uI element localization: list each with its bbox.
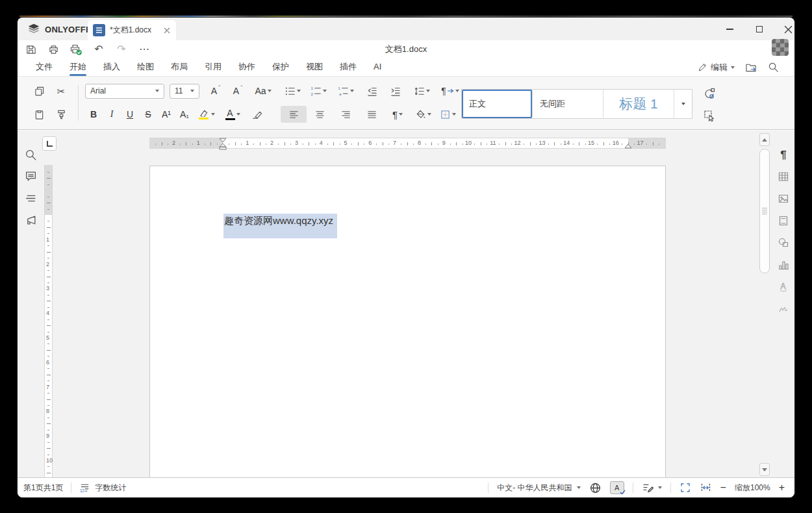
decrease-indent-button[interactable] [361,82,383,99]
scroll-up-button[interactable] [759,133,770,146]
align-right-button[interactable] [333,106,359,123]
scroll-down-button[interactable] [759,463,770,476]
line-spacing-button[interactable] [407,82,436,99]
fit-width-button[interactable] [700,482,712,494]
avatar[interactable] [772,39,789,56]
clear-formatting-button[interactable] [246,106,268,123]
language-label: 中文- 中华人民共和国 [497,482,572,494]
table-settings-button[interactable] [776,169,791,184]
font-size-select[interactable]: 11 [170,84,199,99]
underline-button[interactable]: U [121,106,139,123]
align-center-button[interactable] [307,106,333,123]
track-changes-button[interactable] [642,482,662,494]
globe-icon[interactable] [589,482,602,494]
tab-protection[interactable]: 保护 [272,58,289,77]
justify-button[interactable] [359,106,385,123]
superscript-icon: A¹ [162,109,171,119]
style-normal[interactable]: 正文 [462,90,533,118]
chevron-down-icon [190,90,194,92]
format-painter-button[interactable] [50,106,72,123]
zoom-out-button[interactable]: − [720,482,726,493]
tab-stop-selector[interactable] [42,136,57,151]
tab-view[interactable]: 视图 [306,58,323,77]
word-count-button[interactable]: 12 字数统计 [79,482,126,494]
right-indent-marker[interactable] [624,144,632,149]
open-file-location-icon[interactable] [745,62,757,73]
document-tab[interactable]: *文档1.docx [88,20,176,40]
header-footer-settings-button[interactable] [776,214,791,228]
strikethrough-button[interactable]: S [139,106,157,123]
text-art-settings-button[interactable]: A [776,280,791,294]
scrollbar-thumb[interactable] [759,149,770,273]
multilevel-list-button[interactable]: 1a [331,82,361,99]
tab-close-icon[interactable] [163,27,171,34]
document-page[interactable]: 趣奇资源网www.qqzy.xyz [149,166,666,477]
numbering-button[interactable]: 12 [305,82,331,99]
paragraph-direction-button[interactable]: ¶ [436,82,464,99]
language-selector[interactable]: 中文- 中华人民共和国 [497,482,580,494]
horizontal-ruler[interactable]: 211234567891011121314151617 [149,138,666,149]
search-icon[interactable] [768,62,779,73]
paragraph-settings-button[interactable]: ¶ [776,147,791,162]
maximize-button[interactable] [750,21,768,37]
tab-file[interactable]: 文件 [36,58,53,77]
style-gallery-expand-button[interactable] [674,90,692,118]
subscript-button[interactable]: A₁ [175,106,194,123]
tab-ai[interactable]: AI [374,59,381,75]
close-button[interactable] [779,21,794,37]
increase-font-size-button[interactable]: Aˆ [205,82,227,99]
replace-button[interactable] [702,86,717,101]
style-no-spacing[interactable]: 无间距 [533,90,603,118]
hanging-indent-marker[interactable] [219,143,227,150]
signature-settings-button[interactable] [776,302,791,316]
document-text[interactable]: 趣奇资源网www.qqzy.xyz [223,214,337,228]
align-right-icon [340,109,351,120]
paste-button[interactable] [28,106,50,123]
superscript-button[interactable]: A¹ [157,106,175,123]
vertical-scrollbar[interactable] [759,131,770,477]
align-left-button[interactable] [281,106,307,123]
spellcheck-button[interactable]: A [610,481,624,494]
shape-settings-button[interactable] [776,236,791,250]
edit-mode-button[interactable]: 编辑 [698,62,735,73]
tab-references[interactable]: 引用 [205,58,222,77]
cut-button[interactable]: ✂ [50,82,72,99]
borders-button[interactable] [435,106,460,123]
increase-indent-button[interactable] [383,82,407,99]
ruler-tick [511,144,512,145]
tab-layout[interactable]: 布局 [171,58,188,77]
select-all-button[interactable] [702,108,717,123]
chart-settings-button[interactable] [776,258,791,272]
navigation-button[interactable] [23,191,38,205]
shading-button[interactable] [411,106,435,123]
copy-button[interactable] [28,82,50,99]
bold-button[interactable]: B [84,106,103,123]
comments-button[interactable] [23,169,38,183]
ruler-tick [463,144,463,145]
ruler-number: 7 [46,384,49,390]
first-line-indent-marker[interactable] [219,138,227,143]
zoom-in-button[interactable]: + [779,482,785,493]
tab-draw[interactable]: 绘图 [137,58,154,77]
font-name-select[interactable]: Arial [85,84,164,99]
selected-text-block[interactable]: 趣奇资源网www.qqzy.xyz [223,214,337,238]
image-settings-button[interactable] [776,192,791,206]
signature-icon [778,303,789,315]
vertical-ruler[interactable]: 12345678910 [44,165,53,477]
fit-page-button[interactable] [679,482,691,494]
show-paragraph-marks-button[interactable]: ¶ [385,106,411,123]
find-button[interactable] [23,147,38,162]
tab-home[interactable]: 开始 [70,58,86,77]
highlight-color-button[interactable] [194,106,220,123]
style-heading-1[interactable]: 标题 1 [603,90,674,118]
bullets-button[interactable] [279,82,305,99]
tab-collaboration[interactable]: 协作 [238,58,255,77]
minimize-button[interactable] [720,21,739,37]
italic-button[interactable]: I [103,106,121,123]
font-color-button[interactable]: A [220,106,246,123]
decrease-font-size-button[interactable]: Aˇ [227,82,249,99]
tab-insert[interactable]: 插入 [103,58,120,77]
change-case-button[interactable]: Aa [249,82,277,99]
feedback-button[interactable] [23,213,38,227]
tab-plugins[interactable]: 插件 [340,58,357,77]
